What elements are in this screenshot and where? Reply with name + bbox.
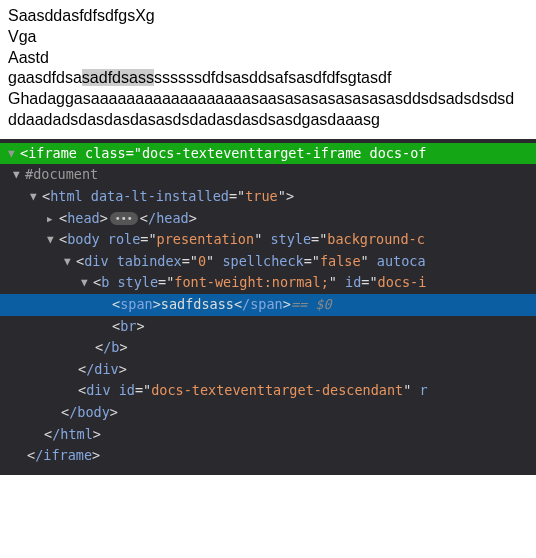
selected-text[interactable]: sadfdsass xyxy=(82,69,154,86)
expand-arrow-icon[interactable] xyxy=(30,188,42,206)
dom-node-b-close[interactable]: </b> xyxy=(0,337,536,359)
dom-node-body-close[interactable]: </body> xyxy=(0,402,536,424)
doc-line[interactable]: Aastd xyxy=(8,48,528,69)
ellipsis-icon[interactable]: ••• xyxy=(110,212,138,225)
dom-node-div2[interactable]: <div id="docs-texteventtarget-descendant… xyxy=(0,380,536,402)
dom-node-doctype[interactable]: #document xyxy=(0,164,536,186)
dom-node-div-close[interactable]: </div> xyxy=(0,359,536,381)
dom-node-html-close[interactable]: </html> xyxy=(0,424,536,446)
dom-node-iframe[interactable]: <iframe class="docs-texteventtarget-ifra… xyxy=(0,143,536,165)
doc-line[interactable]: ddaadadsdasdasdasasdsdadasdasdsasdgasdaa… xyxy=(8,110,528,131)
dom-node-body[interactable]: <body role="presentation" style="backgro… xyxy=(0,229,536,251)
expand-arrow-icon[interactable] xyxy=(81,274,93,292)
doc-line[interactable]: gaasdfdsasadfdsassssssssdfdsasddsafsasdf… xyxy=(8,68,528,89)
expand-arrow-icon[interactable] xyxy=(47,231,59,249)
expand-arrow-icon[interactable] xyxy=(13,166,25,184)
collapse-arrow-icon[interactable] xyxy=(47,210,59,228)
expand-arrow-icon[interactable] xyxy=(8,145,20,163)
dom-node-head[interactable]: <head>•••</head> xyxy=(0,208,536,230)
dom-node-iframe-close[interactable]: </iframe> xyxy=(0,445,536,467)
doc-line[interactable]: Ghadaggasaaaaaaaaaaaaaaaaaasaasasasasasa… xyxy=(8,89,528,110)
dom-node-html[interactable]: <html data-lt-installed="true"> xyxy=(0,186,536,208)
document-content: SaasddasfdfsdfgsXg Vga Aastd gaasdfdsasa… xyxy=(0,0,536,139)
dom-node-b[interactable]: <b style="font-weight:normal;" id="docs-… xyxy=(0,272,536,294)
dom-node-span-selected[interactable]: <span>sadfdsass</span> == $0 xyxy=(0,294,536,316)
doc-line[interactable]: Vga xyxy=(8,27,528,48)
expand-arrow-icon[interactable] xyxy=(64,253,76,271)
dom-node-div[interactable]: <div tabindex="0" spellcheck="false" aut… xyxy=(0,251,536,273)
devtools-elements-panel[interactable]: <iframe class="docs-texteventtarget-ifra… xyxy=(0,139,536,475)
dom-node-br[interactable]: <br> xyxy=(0,316,536,338)
doc-line[interactable]: SaasddasfdfsdfgsXg xyxy=(8,6,528,27)
